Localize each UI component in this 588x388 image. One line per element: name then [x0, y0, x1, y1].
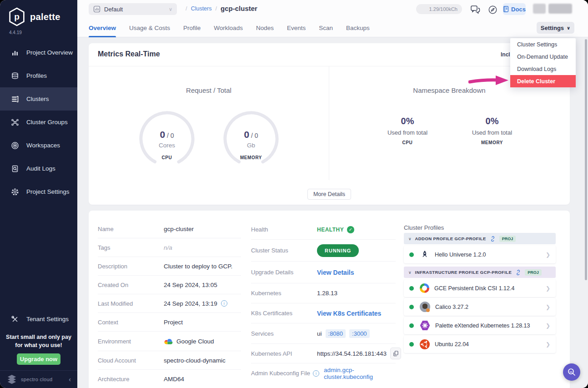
infrastructure-profile-header[interactable]: ∨ INFRASTRUCTURE PROFILE GCP-PROFILE PRO… [404, 267, 556, 278]
hello-universe-icon [420, 250, 430, 260]
divider [329, 66, 329, 180]
field-row-kubernetes-api: Kubernetes API https://34.54.126.181:443 [251, 344, 396, 363]
pack-status-dot [409, 305, 414, 309]
tab-workloads[interactable]: Workloads [214, 18, 243, 37]
bar-chart-icon [11, 49, 19, 57]
palette-logo[interactable]: p palette [8, 7, 60, 26]
menu-item-cluster-settings[interactable]: Cluster Settings [510, 38, 576, 50]
view-details-link[interactable]: View Details [317, 269, 354, 276]
user-account-area[interactable] [533, 4, 572, 14]
doc-search-icon [11, 165, 19, 173]
search-smile-icon [567, 368, 576, 377]
field-value: Cluster to deploy to GCP. [164, 263, 232, 270]
sidebar-item-cluster-groups[interactable]: Cluster Groups [0, 111, 77, 134]
list-icon [11, 95, 19, 103]
pack-name: GCE Persistent Disk CSI 1.12.4 [434, 285, 546, 292]
breadcrumb-clusters-link[interactable]: Clusters [191, 5, 212, 12]
docs-button[interactable]: Docs [503, 3, 526, 15]
promo-text-line2: for what you use! [0, 341, 77, 349]
copy-button[interactable] [390, 348, 401, 359]
service-name: ui [317, 330, 322, 337]
settings-button[interactable]: Settings ∨ [537, 22, 574, 34]
support-button[interactable] [487, 4, 498, 15]
pack-status-dot [409, 323, 414, 328]
pack-status-dot [409, 342, 414, 347]
tab-backups[interactable]: Backups [346, 18, 370, 37]
breadcrumb: / Clusters / gcp-cluster [186, 5, 257, 12]
menu-item-download-logs[interactable]: Download Logs [510, 63, 576, 75]
sidebar-item-profiles[interactable]: Profiles [0, 64, 77, 87]
sidebar-collapse-icon[interactable]: ‹ [69, 376, 71, 383]
sidebar-item-project-settings[interactable]: Project Settings [0, 180, 77, 203]
link-icon[interactable] [490, 236, 496, 242]
upgrade-now-button[interactable]: Upgrade now [17, 353, 60, 365]
info-icon[interactable]: i [313, 370, 319, 377]
field-row-kubernetes: Kubernetes 1.28.13 [251, 283, 396, 303]
more-details-button[interactable]: More Details [307, 189, 351, 200]
main-area: Default ∨ / Clusters / gcp-cluster 1.29/… [77, 0, 588, 388]
chevron-right-icon: ❯ [546, 285, 550, 292]
cluster-details-card: Name gcp-cluster Tags n/a Description Cl… [89, 211, 570, 388]
field-label: Kubernetes API [251, 350, 317, 357]
services-value: ui :8080 :3000 [317, 329, 370, 338]
link-icon[interactable] [515, 269, 521, 275]
project-selector[interactable]: Default ∨ [89, 3, 177, 15]
sidebar-item-label: Clusters [26, 96, 49, 102]
menu-item-on-demand-update[interactable]: On-Demand Update [510, 50, 576, 63]
field-label: Cloud Account [98, 357, 164, 364]
tab-usage-costs[interactable]: Usage & Costs [129, 18, 170, 37]
health-value: HEALTHY ✓ [317, 226, 354, 233]
chevron-right-icon: ❯ [546, 322, 550, 329]
pack-status-dot [409, 252, 414, 257]
field-row-environment: Environment Google Cloud [98, 332, 241, 351]
cluster-profiles-title: Cluster Profiles [404, 224, 444, 231]
field-label: Health [251, 226, 317, 233]
field-label: Environment [98, 338, 164, 345]
service-port-8080-link[interactable]: :8080 [326, 329, 346, 338]
cpu-gauge: 0 / 0 Cores CPU [137, 109, 196, 168]
tab-profile[interactable]: Profile [183, 18, 201, 37]
tab-nodes[interactable]: Nodes [256, 18, 274, 37]
sidebar-item-project-overview[interactable]: Project Overview [0, 41, 77, 64]
kubeconfig-download-link[interactable]: admin.gcp-cluster.kubeconfig [324, 367, 396, 380]
project-scope-badge: PROJ [525, 269, 542, 276]
promo-text-line1: Start small and only pay [0, 333, 77, 341]
vertical-scrollbar[interactable] [585, 39, 587, 280]
memory-percent: 0% [456, 116, 528, 126]
sidebar-item-audit-logs[interactable]: Audit Logs [0, 157, 77, 180]
user-name-redacted [548, 4, 572, 14]
search-assistant-fab[interactable] [563, 363, 580, 381]
menu-item-delete-cluster[interactable]: Delete Cluster [510, 75, 576, 87]
field-row-last-modified: Last Modified 24 Sep 2024, 13:19i [98, 294, 241, 313]
tab-overview[interactable]: Overview [89, 18, 116, 37]
addon-profile-header[interactable]: ∨ ADDON PROFILE GCP-PROFILE PROJ [404, 233, 556, 244]
view-k8s-certificates-link[interactable]: View K8s Certificates [317, 310, 381, 317]
sidebar-item-label: Project Overview [26, 49, 73, 56]
sidebar-item-workspaces[interactable]: Workspaces [0, 134, 77, 157]
cluster-info-column: Name gcp-cluster Tags n/a Description Cl… [98, 220, 241, 388]
metrics-title: Metrics Real-Time [98, 50, 160, 58]
network-icon [11, 118, 19, 126]
field-value: 24 Sep 2024, 13:19i [164, 300, 227, 307]
info-icon[interactable]: i [221, 300, 227, 307]
field-row-cluster-status: Cluster Status RUNNING [251, 240, 396, 262]
profile-pack-hello-universe[interactable]: Hello Universe 1.2.0 ❯ [404, 246, 556, 263]
sidebar-item-clusters[interactable]: Clusters [0, 87, 77, 111]
profile-pack-calico[interactable]: Calico 3.27.2 ❯ [404, 298, 556, 316]
metrics-clipped-text: Incl [501, 51, 510, 58]
sidebar-item-tenant-settings[interactable]: Tenant Settings [0, 307, 77, 331]
project-scope-badge: PROJ [499, 236, 516, 242]
target-icon [11, 141, 19, 150]
service-port-3000-link[interactable]: :3000 [349, 329, 370, 338]
profile-pack-gce-disk[interactable]: GCE Persistent Disk CSI 1.12.4 ❯ [404, 279, 556, 297]
profile-pack-ubuntu[interactable]: Ubuntu 22.04 ❯ [404, 335, 556, 353]
cpu-metric-label: CPU [371, 140, 444, 145]
chevron-down-icon: ∨ [169, 6, 172, 12]
palette-extended-kubernetes-icon [420, 320, 430, 331]
tab-scan[interactable]: Scan [319, 18, 333, 37]
tab-events[interactable]: Events [287, 18, 306, 37]
field-label: Cluster Status [251, 247, 317, 254]
profile-pack-pxk[interactable]: Palette eXtended Kubernetes 1.28.13 ❯ [404, 317, 556, 334]
docs-button-label: Docs [511, 6, 526, 13]
feedback-chat-button[interactable] [469, 4, 481, 15]
